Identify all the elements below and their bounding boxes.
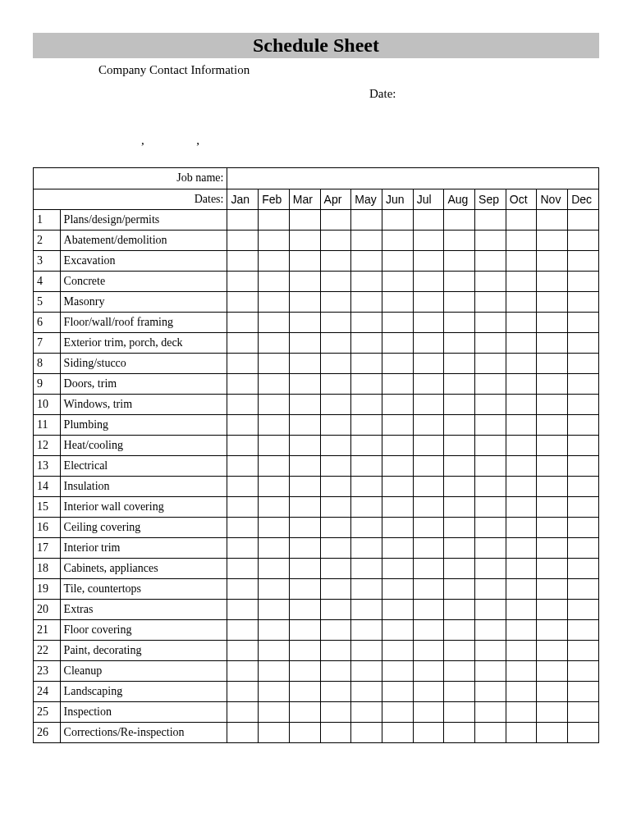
schedule-cell[interactable]	[289, 231, 320, 251]
schedule-cell[interactable]	[568, 702, 599, 723]
schedule-cell[interactable]	[475, 497, 506, 518]
schedule-cell[interactable]	[289, 415, 320, 436]
schedule-cell[interactable]	[568, 313, 599, 333]
schedule-cell[interactable]	[351, 559, 382, 579]
schedule-cell[interactable]	[537, 702, 568, 723]
schedule-cell[interactable]	[320, 518, 351, 538]
schedule-cell[interactable]	[537, 682, 568, 702]
schedule-cell[interactable]	[506, 354, 537, 374]
schedule-cell[interactable]	[568, 272, 599, 292]
schedule-cell[interactable]	[413, 702, 444, 723]
schedule-cell[interactable]	[413, 395, 444, 415]
schedule-cell[interactable]	[320, 579, 351, 600]
schedule-cell[interactable]	[382, 723, 413, 743]
schedule-cell[interactable]	[351, 723, 382, 743]
schedule-cell[interactable]	[259, 579, 290, 600]
schedule-cell[interactable]	[289, 559, 320, 579]
schedule-cell[interactable]	[413, 579, 444, 600]
schedule-cell[interactable]	[259, 518, 290, 538]
schedule-cell[interactable]	[259, 620, 290, 641]
schedule-cell[interactable]	[506, 395, 537, 415]
schedule-cell[interactable]	[475, 518, 506, 538]
schedule-cell[interactable]	[413, 723, 444, 743]
schedule-cell[interactable]	[475, 641, 506, 661]
schedule-cell[interactable]	[413, 559, 444, 579]
schedule-cell[interactable]	[289, 395, 320, 415]
schedule-cell[interactable]	[506, 313, 537, 333]
schedule-cell[interactable]	[568, 292, 599, 313]
schedule-cell[interactable]	[444, 682, 475, 702]
schedule-cell[interactable]	[444, 313, 475, 333]
schedule-cell[interactable]	[351, 456, 382, 477]
schedule-cell[interactable]	[227, 231, 259, 251]
schedule-cell[interactable]	[351, 600, 382, 620]
schedule-cell[interactable]	[382, 313, 413, 333]
schedule-cell[interactable]	[351, 641, 382, 661]
schedule-cell[interactable]	[320, 620, 351, 641]
schedule-cell[interactable]	[320, 292, 351, 313]
schedule-cell[interactable]	[382, 538, 413, 559]
schedule-cell[interactable]	[289, 661, 320, 682]
schedule-cell[interactable]	[382, 210, 413, 231]
schedule-cell[interactable]	[320, 497, 351, 518]
schedule-cell[interactable]	[475, 456, 506, 477]
schedule-cell[interactable]	[351, 682, 382, 702]
schedule-cell[interactable]	[413, 251, 444, 272]
schedule-cell[interactable]	[413, 518, 444, 538]
schedule-cell[interactable]	[382, 620, 413, 641]
schedule-cell[interactable]	[289, 292, 320, 313]
schedule-cell[interactable]	[444, 231, 475, 251]
schedule-cell[interactable]	[320, 251, 351, 272]
schedule-cell[interactable]	[227, 251, 259, 272]
schedule-cell[interactable]	[227, 395, 259, 415]
schedule-cell[interactable]	[351, 210, 382, 231]
schedule-cell[interactable]	[382, 456, 413, 477]
schedule-cell[interactable]	[475, 415, 506, 436]
schedule-cell[interactable]	[227, 641, 259, 661]
schedule-cell[interactable]	[289, 210, 320, 231]
schedule-cell[interactable]	[444, 477, 475, 497]
schedule-cell[interactable]	[444, 395, 475, 415]
schedule-cell[interactable]	[227, 559, 259, 579]
schedule-cell[interactable]	[320, 354, 351, 374]
schedule-cell[interactable]	[506, 415, 537, 436]
schedule-cell[interactable]	[444, 251, 475, 272]
schedule-cell[interactable]	[475, 231, 506, 251]
schedule-cell[interactable]	[537, 354, 568, 374]
schedule-cell[interactable]	[382, 395, 413, 415]
schedule-cell[interactable]	[351, 251, 382, 272]
schedule-cell[interactable]	[506, 538, 537, 559]
schedule-cell[interactable]	[351, 292, 382, 313]
schedule-cell[interactable]	[568, 641, 599, 661]
schedule-cell[interactable]	[537, 579, 568, 600]
schedule-cell[interactable]	[506, 333, 537, 354]
schedule-cell[interactable]	[444, 374, 475, 395]
schedule-cell[interactable]	[506, 641, 537, 661]
schedule-cell[interactable]	[444, 415, 475, 436]
schedule-cell[interactable]	[259, 497, 290, 518]
schedule-cell[interactable]	[227, 313, 259, 333]
schedule-cell[interactable]	[259, 210, 290, 231]
schedule-cell[interactable]	[475, 292, 506, 313]
schedule-cell[interactable]	[537, 641, 568, 661]
schedule-cell[interactable]	[506, 723, 537, 743]
schedule-cell[interactable]	[444, 600, 475, 620]
schedule-cell[interactable]	[506, 436, 537, 456]
schedule-cell[interactable]	[289, 374, 320, 395]
schedule-cell[interactable]	[320, 313, 351, 333]
schedule-cell[interactable]	[444, 333, 475, 354]
schedule-cell[interactable]	[568, 497, 599, 518]
schedule-cell[interactable]	[568, 682, 599, 702]
schedule-cell[interactable]	[537, 518, 568, 538]
schedule-cell[interactable]	[227, 415, 259, 436]
schedule-cell[interactable]	[227, 682, 259, 702]
schedule-cell[interactable]	[475, 313, 506, 333]
schedule-cell[interactable]	[568, 518, 599, 538]
schedule-cell[interactable]	[568, 723, 599, 743]
schedule-cell[interactable]	[320, 661, 351, 682]
schedule-cell[interactable]	[537, 374, 568, 395]
schedule-cell[interactable]	[259, 231, 290, 251]
schedule-cell[interactable]	[537, 661, 568, 682]
schedule-cell[interactable]	[351, 231, 382, 251]
schedule-cell[interactable]	[506, 456, 537, 477]
